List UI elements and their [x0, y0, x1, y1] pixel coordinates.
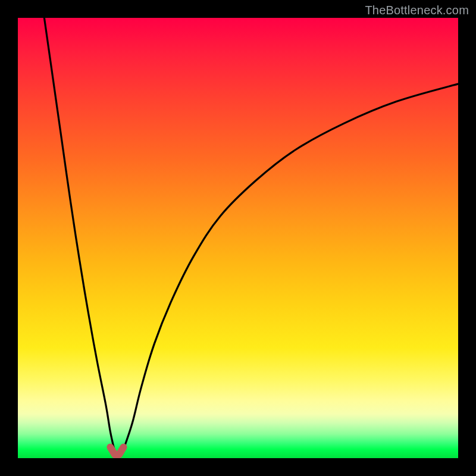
- chart-frame: TheBottleneck.com: [0, 0, 476, 476]
- plot-area: [18, 18, 458, 458]
- watermark-text: TheBottleneck.com: [365, 4, 469, 17]
- background-gradient: [18, 18, 458, 458]
